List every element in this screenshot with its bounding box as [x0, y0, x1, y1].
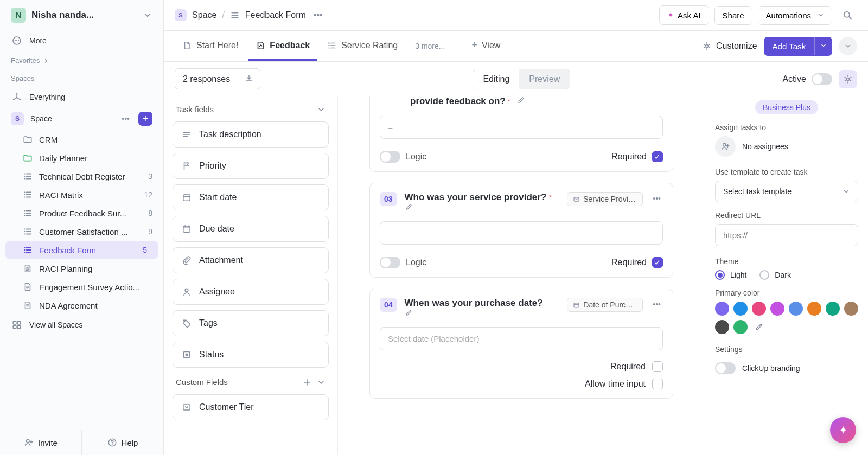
template-select[interactable]: Select task template [715, 181, 858, 202]
question-block[interactable]: 03 Who was your service provider? * Serv… [369, 183, 673, 278]
redirect-url-input[interactable] [715, 224, 858, 246]
edit-title-button[interactable] [405, 204, 413, 213]
tree-item-label: Technical Debt Register [39, 172, 142, 181]
color-swatch[interactable] [789, 302, 803, 316]
sidebar-item-crm[interactable]: CRM [0, 130, 163, 149]
responses-badge[interactable]: 2 responses [175, 68, 260, 89]
required-checkbox[interactable]: ✓ [652, 151, 663, 162]
color-swatch[interactable] [715, 302, 729, 316]
question-menu[interactable]: ••• [650, 298, 663, 311]
required-checkbox[interactable]: ✓ [652, 257, 663, 268]
color-swatch[interactable] [733, 320, 748, 334]
svg-rect-11 [17, 325, 21, 329]
sidebar-item-feedback-form[interactable]: Feedback Form 5 [5, 241, 158, 259]
tab-feedback[interactable]: Feedback [248, 32, 317, 61]
required-checkbox[interactable] [652, 361, 663, 372]
sidebar-item-raci-matrix[interactable]: RACI Matrix 12 [0, 185, 163, 204]
view-all-spaces[interactable]: View all Spaces [0, 315, 163, 335]
tabs-more[interactable]: 3 more... [407, 33, 452, 59]
edit-title-button[interactable] [405, 310, 413, 318]
color-swatch[interactable] [733, 302, 748, 316]
question-menu[interactable]: ••• [650, 192, 663, 205]
tab-label: Feedback [270, 41, 310, 50]
editing-tab[interactable]: Editing [473, 69, 519, 89]
plan-badge[interactable]: Business Plus [755, 100, 818, 114]
field-due-date[interactable]: Due date [173, 216, 329, 242]
customize-button[interactable]: Customize [702, 41, 757, 51]
logic-toggle[interactable] [380, 257, 400, 268]
sidebar-everything[interactable]: Everything [0, 87, 163, 107]
ask-ai-button[interactable]: ✦ Ask AI [659, 5, 709, 25]
space-add-button[interactable]: + [138, 112, 152, 126]
field-assignee[interactable]: Assignee [173, 279, 329, 305]
question-title: provide feedback on? [410, 96, 506, 106]
field-type-badge[interactable]: Service Provider [567, 192, 643, 206]
invite-label: Invite [38, 438, 58, 447]
add-task-button[interactable]: Add Task [764, 37, 832, 56]
preview-tab[interactable]: Preview [519, 69, 570, 89]
ai-fab-button[interactable]: ✦ [830, 417, 856, 443]
field-customer-tier[interactable]: Customer Tier [173, 394, 329, 420]
field-attachment[interactable]: Attachment [173, 247, 329, 273]
color-swatch[interactable] [715, 320, 729, 334]
help-button[interactable]: Help [81, 430, 163, 455]
color-swatch[interactable] [844, 302, 858, 316]
question-block[interactable]: provide feedback on? * – Logic Required … [369, 96, 673, 172]
workspace-switcher[interactable]: N Nisha nanda... [0, 0, 163, 30]
breadcrumb-space[interactable]: Space [192, 10, 216, 20]
sidebar-item-product-feedback[interactable]: Product Feedback Sur... 8 [0, 204, 163, 222]
branding-toggle[interactable] [715, 362, 736, 374]
field-tags[interactable]: Tags [173, 310, 329, 336]
field-status[interactable]: Status [173, 342, 329, 368]
form-settings-button[interactable] [839, 70, 857, 88]
plus-icon[interactable] [303, 378, 311, 387]
sidebar-item-raci-planning[interactable]: RACI Planning [0, 259, 163, 278]
plus-icon: + [471, 40, 477, 51]
space-options[interactable]: ••• [119, 112, 132, 125]
field-start-date[interactable]: Start date [173, 184, 329, 210]
custom-color-picker[interactable] [752, 320, 766, 334]
theme-light-option[interactable]: Light [715, 270, 746, 280]
active-switch[interactable] [812, 73, 832, 85]
question-block[interactable]: 04 When was your purchase date? Date of … [369, 289, 673, 399]
favorites-section[interactable]: Favorites [0, 51, 163, 68]
add-view-button[interactable]: + View [464, 31, 508, 61]
svg-rect-9 [17, 321, 21, 324]
color-swatch[interactable] [826, 302, 840, 316]
color-swatch[interactable] [752, 302, 766, 316]
automations-button[interactable]: Automations [758, 6, 832, 25]
invite-button[interactable]: Invite [0, 430, 81, 455]
custom-fields-header[interactable]: Custom Fields [173, 373, 329, 394]
theme-dark-option[interactable]: Dark [760, 270, 791, 280]
space-header[interactable]: S Space ••• + [0, 107, 163, 130]
field-type-badge[interactable]: Date of Purcha... [567, 298, 643, 312]
add-assignee-button[interactable] [715, 136, 736, 157]
logic-toggle[interactable] [380, 151, 400, 163]
sidebar-item-engagement-survey[interactable]: Engagement Survey Actio... [0, 278, 163, 296]
tab-start-here[interactable]: Start Here! [175, 32, 246, 61]
color-palette [715, 302, 858, 334]
sidebar-item-customer-sat[interactable]: Customer Satisfaction ... 9 [0, 222, 163, 241]
list-icon [230, 10, 240, 20]
edit-title-button[interactable] [517, 97, 525, 106]
breadcrumb-space-chip[interactable]: S [175, 9, 187, 21]
share-button[interactable]: Share [714, 6, 752, 25]
search-button[interactable] [838, 5, 857, 25]
add-task-dropdown[interactable] [814, 37, 832, 55]
breadcrumb-options[interactable]: ••• [311, 8, 325, 22]
sidebar-more[interactable]: More [0, 30, 163, 51]
tab-service-rating[interactable]: Service Rating [320, 32, 405, 61]
task-fields-header[interactable]: Task fields [173, 100, 329, 121]
view-overflow-menu[interactable] [839, 37, 857, 55]
allow-time-checkbox[interactable] [652, 379, 663, 389]
color-swatch[interactable] [807, 302, 821, 316]
color-swatch[interactable] [770, 302, 784, 316]
field-priority[interactable]: Priority [173, 153, 329, 179]
sidebar-item-daily-planner[interactable]: Daily Planner [0, 149, 163, 167]
field-task-description[interactable]: Task description [173, 121, 329, 148]
download-responses[interactable] [238, 69, 260, 89]
add-task-label[interactable]: Add Task [764, 37, 814, 56]
sidebar-item-tech-debt[interactable]: Technical Debt Register 3 [0, 167, 163, 185]
sidebar-item-nda[interactable]: NDA Agreement [0, 296, 163, 315]
breadcrumb-page[interactable]: Feedback Form [245, 10, 306, 20]
